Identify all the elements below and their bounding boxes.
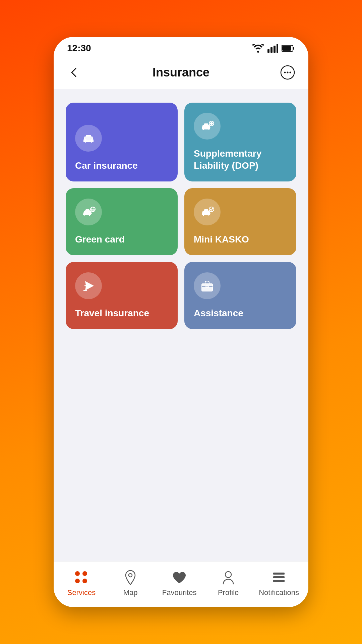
profile-icon <box>220 570 236 586</box>
svg-rect-34 <box>273 573 285 575</box>
svg-rect-35 <box>273 576 285 578</box>
battery-icon <box>282 45 295 52</box>
svg-rect-1 <box>270 47 273 53</box>
favourites-icon <box>171 570 187 586</box>
status-time: 12:30 <box>67 43 91 54</box>
car-icon <box>81 131 96 146</box>
travel-insurance-label: Travel insurance <box>75 307 149 319</box>
svg-rect-6 <box>282 46 291 51</box>
back-button[interactable] <box>66 64 83 81</box>
car-check-icon <box>200 205 215 219</box>
svg-point-26 <box>208 213 210 215</box>
wifi-icon <box>252 44 264 53</box>
mini-kasko-icon-wrap <box>194 199 221 225</box>
svg-point-8 <box>284 72 286 73</box>
assistance-label: Assistance <box>194 307 243 319</box>
svg-rect-2 <box>274 46 276 53</box>
status-bar: 12:30 <box>54 37 308 57</box>
card-assistance[interactable]: Assistance <box>184 262 296 329</box>
svg-point-9 <box>287 72 288 73</box>
svg-rect-3 <box>277 44 278 53</box>
notifications-icon <box>271 570 287 586</box>
status-icons <box>252 44 295 53</box>
svg-rect-0 <box>267 49 269 53</box>
svg-point-25 <box>202 213 204 215</box>
supp-liability-label: Supplementary Liability (DOP) <box>194 148 287 172</box>
signal-icon <box>267 44 278 53</box>
green-card-icon-wrap <box>75 199 102 225</box>
bottom-nav: Services Map Favourites <box>54 561 308 607</box>
page-title: Insurance <box>153 65 209 79</box>
phone-shell: 12:30 In <box>54 37 308 607</box>
services-icon <box>73 570 89 586</box>
svg-point-19 <box>89 213 91 215</box>
card-supp-liability[interactable]: Supplementary Liability (DOP) <box>184 103 296 181</box>
nav-item-notifications[interactable]: Notifications <box>259 570 299 597</box>
car-insurance-icon-wrap <box>75 125 102 152</box>
nav-item-favourites[interactable]: Favourites <box>161 570 198 597</box>
svg-point-18 <box>84 213 86 215</box>
card-travel-insurance[interactable]: Travel insurance <box>66 262 178 329</box>
nav-item-profile[interactable]: Profile <box>210 570 247 597</box>
card-grid: Car insurance Supplementary Liability (D… <box>66 103 296 329</box>
mini-kasko-label: Mini KASKO <box>194 233 249 246</box>
map-label: Map <box>123 588 138 597</box>
svg-point-10 <box>289 72 291 73</box>
svg-rect-36 <box>273 580 285 582</box>
back-arrow-icon <box>69 67 80 78</box>
header: Insurance <box>54 57 308 89</box>
profile-label: Profile <box>218 588 239 597</box>
chat-button[interactable] <box>279 64 296 81</box>
car-globe-icon <box>81 205 96 219</box>
car-insurance-label: Car insurance <box>75 160 138 172</box>
car-plus-icon <box>200 119 215 133</box>
main-content: Car insurance Supplementary Liability (D… <box>54 89 308 561</box>
svg-point-33 <box>225 572 231 578</box>
svg-rect-5 <box>293 47 294 50</box>
map-icon <box>122 570 138 586</box>
services-label: Services <box>67 588 96 597</box>
plane-icon <box>81 278 96 293</box>
assistance-icon-wrap <box>194 272 221 299</box>
notifications-label: Notifications <box>259 588 299 597</box>
card-green-card[interactable]: Green card <box>66 188 178 255</box>
travel-insurance-icon-wrap <box>75 272 102 299</box>
nav-item-map[interactable]: Map <box>112 570 149 597</box>
svg-point-13 <box>202 127 204 129</box>
svg-rect-31 <box>206 286 208 288</box>
favourites-label: Favourites <box>162 588 197 597</box>
nav-item-services[interactable]: Services <box>63 570 100 597</box>
chat-icon <box>280 65 295 80</box>
card-mini-kasko[interactable]: Mini KASKO <box>184 188 296 255</box>
card-car-insurance[interactable]: Car insurance <box>66 103 178 181</box>
green-card-label: Green card <box>75 233 125 246</box>
svg-point-32 <box>129 574 132 577</box>
briefcase-icon <box>200 278 215 293</box>
svg-point-14 <box>208 127 210 129</box>
supp-liability-icon-wrap <box>194 113 221 140</box>
